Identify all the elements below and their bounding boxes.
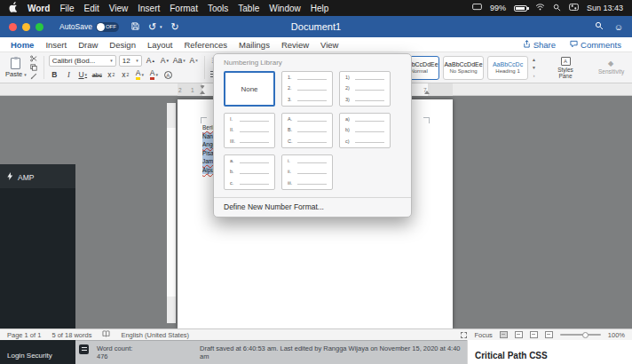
bold-button[interactable]: B bbox=[49, 69, 60, 81]
wifi-icon[interactable] bbox=[535, 4, 545, 12]
apple-menu-icon[interactable] bbox=[9, 2, 18, 14]
styles-group: AaBbCcDdEe Normal AaBbCcDdEe No Spacing … bbox=[399, 54, 628, 81]
define-new-number-format[interactable]: Define New Number Format... bbox=[214, 197, 411, 217]
tab-draw[interactable]: Draw bbox=[78, 40, 98, 50]
style-card-heading-1[interactable]: AaBbCcDc Heading 1 bbox=[487, 56, 528, 80]
margin-crop-mark bbox=[423, 117, 430, 123]
numbering-option-lower-roman[interactable]: i. ii. iii. bbox=[281, 154, 333, 190]
strikethrough-button[interactable]: abc bbox=[91, 69, 103, 81]
vertical-ruler[interactable] bbox=[167, 103, 176, 323]
app-menu[interactable]: Word bbox=[28, 4, 50, 13]
autosave-toggle[interactable]: OFF bbox=[96, 22, 119, 32]
focus-label[interactable]: Focus bbox=[474, 331, 492, 339]
zoom-level[interactable]: 100% bbox=[608, 331, 625, 339]
print-layout-view-icon[interactable] bbox=[500, 331, 508, 338]
search-icon[interactable] bbox=[595, 21, 604, 32]
menu-format[interactable]: Format bbox=[170, 4, 198, 13]
word-titlebar: AutoSave OFF ↺▾ ↻ Document1 ☺ bbox=[0, 16, 632, 37]
autosave-control[interactable]: AutoSave OFF bbox=[59, 22, 119, 32]
font-name-combo[interactable]: Calibri (Bod...▾ bbox=[49, 55, 116, 67]
format-painter-icon[interactable] bbox=[28, 73, 39, 80]
numbering-option-lower-alpha-period[interactable]: a. b. c. bbox=[224, 154, 275, 190]
left-indent-marker[interactable] bbox=[200, 91, 205, 94]
styles-pane-button[interactable]: A Styles Pane bbox=[549, 57, 581, 79]
style-card-no-spacing[interactable]: AaBbCcDdEe No Spacing bbox=[443, 56, 484, 80]
menu-file[interactable]: File bbox=[59, 4, 74, 13]
page-count[interactable]: Page 1 of 1 bbox=[7, 331, 41, 339]
tab-home[interactable]: Home bbox=[11, 40, 34, 50]
save-icon[interactable] bbox=[131, 21, 139, 32]
spotlight-icon[interactable] bbox=[553, 4, 561, 13]
close-window-button[interactable] bbox=[9, 23, 17, 31]
feedback-smiley-icon[interactable]: ☺ bbox=[614, 22, 623, 32]
menu-table[interactable]: Table bbox=[238, 4, 259, 13]
draft-view-icon[interactable] bbox=[545, 331, 553, 338]
redo-icon[interactable]: ↻ bbox=[171, 21, 179, 33]
paste-button[interactable]: Paste ▾ bbox=[5, 55, 27, 80]
gallery-up-icon[interactable]: ▲ bbox=[532, 57, 536, 62]
outline-view-icon[interactable] bbox=[530, 331, 538, 338]
tab-mailings[interactable]: Mailings bbox=[239, 40, 270, 50]
menu-insert[interactable]: Insert bbox=[138, 4, 160, 13]
italic-button[interactable]: I bbox=[63, 69, 75, 81]
tab-layout[interactable]: Layout bbox=[147, 40, 173, 50]
control-center-icon[interactable] bbox=[569, 4, 579, 12]
word-count[interactable]: 5 of 18 words bbox=[51, 331, 91, 339]
web-layout-view-icon[interactable] bbox=[515, 331, 523, 338]
tab-references[interactable]: References bbox=[184, 40, 227, 50]
focus-icon[interactable] bbox=[461, 332, 467, 338]
minimize-window-button[interactable] bbox=[22, 23, 30, 31]
sensitivity-button[interactable]: ◆ Sensitivity bbox=[595, 60, 627, 75]
display-icon[interactable] bbox=[472, 4, 482, 12]
gallery-down-icon[interactable]: ▼ bbox=[532, 65, 536, 70]
share-button[interactable]: Share bbox=[523, 40, 556, 50]
superscript-button[interactable]: x2 bbox=[120, 69, 131, 81]
menu-tools[interactable]: Tools bbox=[208, 4, 228, 13]
undo-dropdown-icon[interactable]: ▾ bbox=[160, 24, 162, 29]
styles-pane-label: Styles Pane bbox=[553, 67, 578, 79]
numbering-option-upper-roman[interactable]: I. II. III. bbox=[224, 113, 275, 148]
text-highlight-button[interactable]: A▾ bbox=[134, 69, 146, 81]
wp-menu-login-security[interactable]: Login Security bbox=[7, 352, 52, 360]
zoom-slider[interactable] bbox=[560, 334, 601, 336]
tab-insert[interactable]: Insert bbox=[45, 40, 67, 50]
underline-button[interactable]: U▾ bbox=[77, 69, 89, 81]
tab-view[interactable]: View bbox=[320, 40, 338, 50]
comments-button[interactable]: Comments bbox=[570, 40, 621, 50]
right-indent-marker[interactable] bbox=[424, 91, 430, 94]
enclose-characters-button[interactable]: A bbox=[162, 69, 174, 81]
font-size-combo[interactable]: 12▾ bbox=[119, 55, 142, 67]
gallery-more-icon[interactable]: › bbox=[533, 73, 535, 78]
tab-review[interactable]: Review bbox=[281, 40, 309, 50]
battery-icon[interactable] bbox=[514, 5, 527, 12]
numbering-option-decimal-period[interactable]: 1. 2. 3. bbox=[281, 71, 333, 107]
cut-icon[interactable] bbox=[28, 55, 39, 62]
ribbon-tab-bar: Home Insert Draw Design Layout Reference… bbox=[0, 37, 632, 52]
copy-icon[interactable] bbox=[28, 64, 39, 71]
change-case-button[interactable]: Aa▾ bbox=[173, 55, 186, 67]
shrink-font-button[interactable]: A▾ bbox=[159, 55, 170, 67]
numbering-option-none[interactable]: None bbox=[224, 71, 275, 107]
tab-design[interactable]: Design bbox=[109, 40, 136, 50]
numbering-option-lower-alpha-paren[interactable]: a) b) c) bbox=[339, 113, 391, 148]
sensitivity-icon: ◆ bbox=[608, 60, 613, 67]
zoom-slider-knob[interactable] bbox=[582, 332, 589, 338]
proofing-status-icon[interactable] bbox=[102, 330, 110, 339]
first-line-indent-marker[interactable] bbox=[200, 85, 205, 89]
numbering-option-upper-alpha[interactable]: A. B. C. bbox=[281, 113, 333, 148]
menu-view[interactable]: View bbox=[109, 4, 129, 13]
numbering-option-decimal-paren[interactable]: 1) 2) 3) bbox=[339, 71, 391, 107]
menu-edit[interactable]: Edit bbox=[84, 4, 99, 13]
undo-icon[interactable]: ↺ bbox=[148, 21, 156, 33]
zoom-window-button[interactable] bbox=[36, 23, 43, 31]
font-color-button[interactable]: A▾ bbox=[148, 69, 160, 81]
wp-menu-amp[interactable]: AMP bbox=[0, 164, 75, 188]
grow-font-button[interactable]: A▴ bbox=[145, 55, 156, 67]
menu-help[interactable]: Help bbox=[311, 4, 329, 13]
menubar-clock[interactable]: Sun 13:43 bbox=[587, 4, 623, 12]
clear-formatting-button[interactable]: A× bbox=[188, 55, 200, 67]
language-indicator[interactable]: English (United States) bbox=[121, 331, 189, 339]
subscript-button[interactable]: x2 bbox=[106, 69, 117, 81]
menu-window[interactable]: Window bbox=[269, 4, 301, 13]
wp-side-panel: Critical Path CSS bbox=[467, 340, 632, 364]
